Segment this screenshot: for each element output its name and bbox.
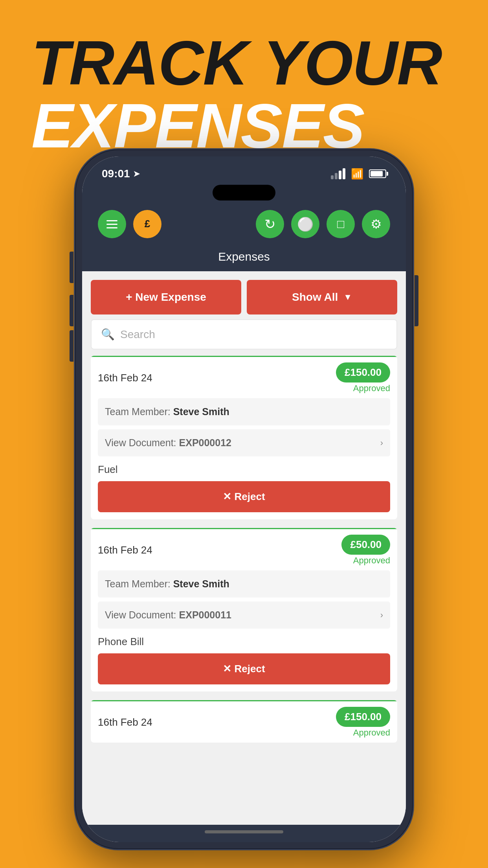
location-icon: ➤ xyxy=(133,169,140,178)
phone-shell: 09:01 ➤ 📶 xyxy=(75,149,413,849)
expense-status: Approved xyxy=(353,728,390,738)
nav-right: ↻ ⚪ □ ⚙ xyxy=(256,210,390,238)
logo-icon: £ xyxy=(140,217,154,231)
expense-status: Approved xyxy=(353,383,390,394)
page-title-bar: Expenses xyxy=(82,246,406,271)
hero-line2: EXPENSES xyxy=(31,94,488,157)
chevron-right-icon: › xyxy=(380,438,383,448)
page-title: Expenses xyxy=(218,250,270,263)
expense-amount: £150.00 xyxy=(336,707,390,727)
expense-card: 16th Feb 24 £50.00 Approved Team Member:… xyxy=(91,528,397,691)
expense-date: 16th Feb 24 xyxy=(98,372,152,384)
svg-text:£: £ xyxy=(145,218,150,230)
battery-icon xyxy=(369,169,386,178)
status-bar: 09:01 ➤ 📶 xyxy=(82,156,406,185)
hero-section: TRACK YOUR EXPENSES xyxy=(0,0,488,157)
menu-button[interactable] xyxy=(98,210,126,238)
expense-card: 16th Feb 24 £150.00 Approved Team Member… xyxy=(91,356,397,519)
expense-team-member: Team Member: Steve Smith xyxy=(98,398,390,425)
expense-document[interactable]: View Document: EXP000012 › xyxy=(98,429,390,456)
expense-category: Fuel xyxy=(91,460,397,481)
expense-list: 16th Feb 24 £150.00 Approved Team Member… xyxy=(82,356,406,825)
reject-button[interactable]: ✕ Reject xyxy=(98,653,390,684)
nav-bar: £ ↻ ⚪ □ ⚙ xyxy=(82,204,406,246)
expense-team-member: Team Member: Steve Smith xyxy=(98,570,390,598)
home-bar xyxy=(205,830,283,833)
refresh-button[interactable]: ↻ xyxy=(256,210,284,238)
expense-card-header: 16th Feb 24 £150.00 Approved xyxy=(91,700,397,743)
phone-screen: 09:01 ➤ 📶 xyxy=(82,156,406,842)
hero-line1: TRACK YOUR xyxy=(31,31,488,94)
expense-amount: £50.00 xyxy=(341,535,390,555)
expense-header-right: £150.00 Approved xyxy=(336,362,390,394)
status-time: 09:01 ➤ xyxy=(102,167,140,180)
chat-button[interactable]: □ xyxy=(327,210,355,238)
expense-date: 16th Feb 24 xyxy=(98,716,152,728)
expense-card-header: 16th Feb 24 £50.00 Approved xyxy=(91,528,397,570)
gear-icon: ⚙ xyxy=(371,217,382,232)
chevron-right-icon: › xyxy=(380,610,383,620)
expense-card: 16th Feb 24 £150.00 Approved xyxy=(91,700,397,743)
action-row: + New Expense Show All ▼ xyxy=(82,271,406,319)
search-placeholder: Search xyxy=(120,328,155,341)
expense-status: Approved xyxy=(353,555,390,566)
globe-button[interactable]: ⚪ xyxy=(291,210,319,238)
content-area: + New Expense Show All ▼ 🔍 Search xyxy=(82,271,406,825)
search-bar[interactable]: 🔍 Search xyxy=(91,319,397,349)
dynamic-island-bar xyxy=(82,185,406,204)
expense-document[interactable]: View Document: EXP000011 › xyxy=(98,601,390,629)
globe-icon: ⚪ xyxy=(297,216,314,232)
expense-card-header: 16th Feb 24 £150.00 Approved xyxy=(91,356,397,398)
new-expense-button[interactable]: + New Expense xyxy=(91,280,241,314)
expense-date: 16th Feb 24 xyxy=(98,544,152,556)
logo-button[interactable]: £ xyxy=(133,210,161,238)
expense-amount: £150.00 xyxy=(336,362,390,383)
chat-icon: □ xyxy=(337,217,344,231)
refresh-icon: ↻ xyxy=(264,216,275,232)
status-icons: 📶 xyxy=(331,168,386,180)
wifi-icon: 📶 xyxy=(351,168,363,180)
settings-button[interactable]: ⚙ xyxy=(362,210,390,238)
expense-header-right: £50.00 Approved xyxy=(341,535,390,566)
hamburger-icon xyxy=(106,220,117,228)
nav-left: £ xyxy=(98,210,161,238)
phone-wrapper: 09:01 ➤ 📶 xyxy=(75,149,413,849)
show-all-button[interactable]: Show All ▼ xyxy=(247,280,397,314)
island-pill xyxy=(213,185,275,200)
search-icon: 🔍 xyxy=(101,328,115,341)
dropdown-arrow-icon: ▼ xyxy=(343,292,352,302)
home-indicator xyxy=(82,825,406,842)
signal-bars xyxy=(331,168,345,179)
expense-header-right: £150.00 Approved xyxy=(336,707,390,738)
expense-category: Phone Bill xyxy=(91,633,397,653)
reject-button[interactable]: ✕ Reject xyxy=(98,481,390,512)
